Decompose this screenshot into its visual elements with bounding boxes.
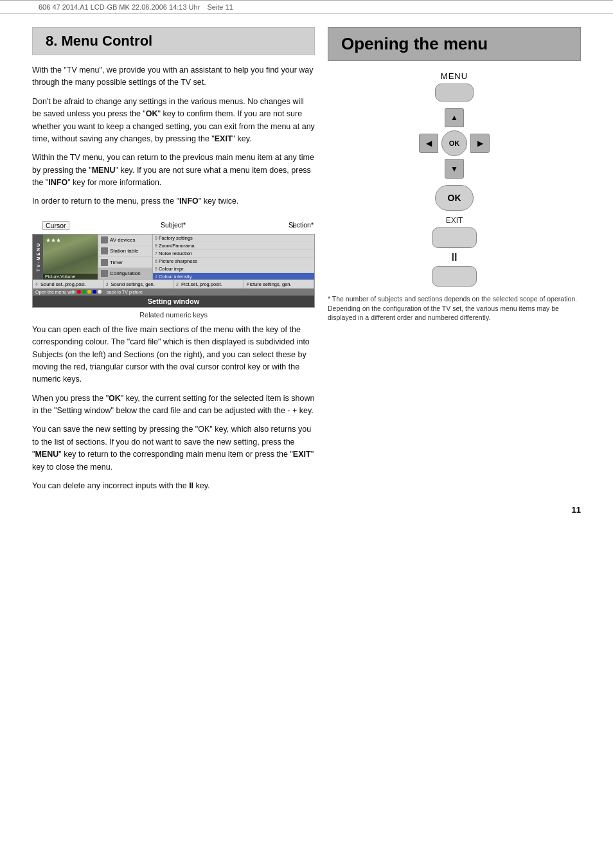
subject-icon-station	[101, 247, 108, 254]
header-bar: 606 47 2014.A1 LCD-GB MK 22.06.2006 14:1…	[0, 0, 613, 14]
header-separator	[202, 3, 204, 11]
menu-top-part: TV-MENU ★★★ Picture-Volume AV devices	[33, 235, 314, 279]
dpad-ok-label: OK	[449, 139, 460, 147]
tv-sidebar: TV-MENU	[33, 235, 43, 279]
open-menu-text: Open the menu with	[35, 290, 76, 294]
dpad-right-button[interactable]: ▶	[470, 134, 490, 153]
exit-button[interactable]	[432, 227, 477, 248]
subject-icon-config	[101, 270, 108, 277]
back-text: back to TV picture	[107, 290, 143, 294]
content-area: 8. Menu Control With the "TV menu", we p…	[0, 27, 613, 499]
subject-item-timer: Timer	[98, 257, 152, 269]
pause-label: II	[328, 252, 581, 263]
dpad-left-button[interactable]: ◀	[419, 134, 438, 153]
dpad-container: ▲ ◀ OK ▶ ▼	[419, 108, 490, 179]
tv-stars: ★★★	[46, 237, 61, 244]
dpad-up-button[interactable]: ▲	[445, 108, 464, 127]
section-item-5: 5 Colour impr.	[153, 265, 314, 273]
pause-button[interactable]	[432, 266, 477, 287]
dot-white	[98, 290, 102, 294]
para-1: With the "TV menu", we provide you with …	[32, 64, 315, 89]
subject-item-station: Station table	[98, 245, 152, 257]
tv-thumbnail: ★★★ Picture-Volume	[43, 235, 98, 279]
setting-window-bar: Setting window	[33, 296, 314, 307]
dot-green	[82, 290, 86, 294]
menu-bottom-sections: 4 Sound set.,prog.posi. 3 Sound settings…	[33, 279, 314, 288]
sections-right-column: 9 Factory settings 8 Zoom/Panorama 7 Noi…	[152, 235, 314, 279]
section-heading: 8. Menu Control	[32, 27, 315, 55]
subject-icon-timer	[101, 259, 108, 266]
menu-inner-box: TV-MENU ★★★ Picture-Volume AV devices	[32, 234, 315, 308]
subject-label: Subject*	[161, 221, 186, 229]
ok-button[interactable]: OK	[435, 185, 474, 211]
cursor-label: Cursor	[42, 221, 69, 230]
section-item-7: 7 Noise reduction	[153, 250, 314, 258]
header-page: Seite 11	[207, 3, 233, 11]
right-heading: Opening the menu	[328, 27, 581, 61]
exit-label: EXIT	[328, 216, 581, 225]
subject-icon-avdevices	[101, 236, 108, 244]
open-menu-row: Open the menu with back to TV picture	[33, 288, 314, 296]
bottom-section-4: 4 Sound set.,prog.posi.	[33, 280, 103, 288]
dot-yellow	[87, 290, 91, 294]
subjects-column: AV devices Station table Timer	[98, 235, 152, 279]
menu-button-section: MENU	[328, 71, 581, 102]
dot-blue	[93, 290, 96, 294]
related-keys-label: Related numeric keys	[32, 311, 315, 319]
para-2: Don't be afraid to change any settings i…	[32, 96, 315, 146]
section-item-8: 8 Zoom/Panorama	[153, 242, 314, 250]
para-4: In order to return to the menu, press th…	[32, 195, 315, 208]
footnote: * The number of subjects and sections de…	[328, 294, 581, 323]
dpad-ok-button[interactable]: OK	[441, 130, 467, 156]
dpad-down-button[interactable]: ▼	[445, 159, 464, 179]
page-container: 606 47 2014.A1 LCD-GB MK 22.06.2006 14:1…	[0, 0, 613, 868]
diagram-annotations: Cursor Subject* ↓ Section*	[32, 218, 315, 233]
right-column: Opening the menu MENU ▲ ◀ OK ▶ ▼ OK	[328, 27, 581, 499]
bottom-section-2: 2 Pict.set.,prog.posit.	[173, 280, 244, 288]
para-3: Within the TV menu, you can return to th…	[32, 152, 315, 189]
section-item-6: 6 Picture sharpness	[153, 258, 314, 265]
subject-label-station: Station table	[110, 248, 138, 254]
subject-label-avdevices: AV devices	[110, 237, 135, 243]
tv-bottom-label: Picture-Volume	[43, 274, 98, 279]
ok-label: OK	[448, 193, 461, 203]
subject-item-config: Configuration	[98, 268, 152, 279]
bottom-section-3: 3 Sound settings, gen.	[103, 280, 174, 288]
para-7: You can save the new setting by pressing…	[32, 423, 315, 474]
menu-key-button[interactable]	[435, 84, 474, 102]
para-8: You can delete any incorrect inputs with…	[32, 480, 315, 492]
tv-sidebar-label: TV-MENU	[36, 242, 40, 272]
header-text: 606 47 2014.A1 LCD-GB MK 22.06.2006 14:1…	[39, 3, 200, 11]
section-item-9: 9 Factory settings	[153, 235, 314, 242]
subject-label-timer: Timer	[110, 260, 123, 265]
section-label: Section*	[289, 221, 314, 229]
page-number: 11	[0, 505, 613, 515]
menu-diagram: Cursor Subject* ↓ Section* TV-MENU ★★★ P…	[32, 218, 315, 319]
subject-label-config: Configuration	[110, 270, 141, 276]
para-5: You can open each of the five main secti…	[32, 324, 315, 386]
bottom-section-gen: Picture settings, gen.	[244, 280, 315, 288]
dot-red	[77, 290, 81, 294]
para-6: When you press the "OK" key, the current…	[32, 393, 315, 418]
menu-key-label: MENU	[441, 71, 468, 81]
left-column: 8. Menu Control With the "TV menu", we p…	[32, 27, 315, 499]
subject-item-avdevices: AV devices	[98, 235, 152, 246]
